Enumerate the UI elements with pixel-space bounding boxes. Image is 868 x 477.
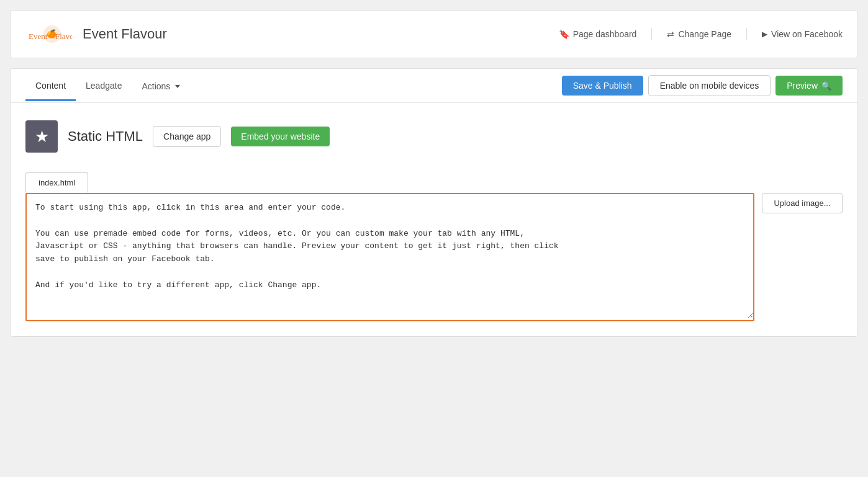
svg-text:Flavour: Flavour	[55, 32, 72, 41]
change-page-link[interactable]: ⇄ Change Page	[667, 29, 731, 39]
app-header-row: ★ Static HTML Change app Embed your webs…	[25, 120, 843, 153]
bookmark-icon: 🔖	[559, 29, 569, 39]
editor-card: Content Leadgate Actions Save & Publish …	[10, 68, 858, 337]
tab-actions[interactable]: Actions	[132, 71, 190, 100]
code-editor-box	[25, 193, 754, 321]
header-brand: Event 🍊 Flavour Event Flavour	[25, 20, 167, 48]
code-textarea[interactable]	[27, 194, 753, 318]
file-tabs: index.html	[25, 172, 843, 193]
editor-body: ★ Static HTML Change app Embed your webs…	[11, 103, 857, 336]
page-dashboard-label: Page dashboard	[573, 29, 637, 39]
sidebar-actions: Upload image...	[762, 193, 843, 213]
play-icon: ▶	[762, 30, 767, 38]
tab-content[interactable]: Content	[25, 71, 76, 101]
chevron-down-icon	[175, 85, 180, 88]
preview-label: Preview	[787, 81, 818, 91]
logo-svg: Event 🍊 Flavour	[29, 22, 72, 47]
app-title: Static HTML	[68, 128, 143, 145]
enable-mobile-button[interactable]: Enable on mobile devices	[648, 75, 771, 96]
upload-image-button[interactable]: Upload image...	[762, 193, 843, 213]
header-card: Event 🍊 Flavour Event Flavour 🔖 Page das…	[10, 10, 858, 58]
view-on-facebook-link[interactable]: ▶ View on Facebook	[762, 29, 843, 39]
code-editor-wrapper: Upload image...	[25, 193, 843, 321]
preview-button[interactable]: Preview 🔍	[775, 76, 843, 96]
star-icon: ★	[35, 128, 49, 145]
embed-website-button[interactable]: Embed your website	[231, 127, 330, 146]
save-publish-button[interactable]: Save & Publish	[562, 76, 643, 96]
page-dashboard-link[interactable]: 🔖 Page dashboard	[559, 29, 637, 39]
change-page-label: Change Page	[678, 29, 731, 39]
nav-separator-1	[651, 28, 652, 40]
view-on-facebook-label: View on Facebook	[771, 29, 843, 39]
change-app-button[interactable]: Change app	[153, 126, 221, 147]
tabs-left: Content Leadgate Actions	[25, 71, 190, 100]
nav-separator-2	[746, 28, 747, 40]
logo: Event 🍊 Flavour	[25, 20, 75, 48]
tabs-right: Save & Publish Enable on mobile devices …	[562, 69, 843, 102]
tab-leadgate[interactable]: Leadgate	[76, 71, 132, 101]
change-page-icon: ⇄	[667, 29, 674, 39]
app-icon: ★	[25, 120, 58, 153]
tabs-bar: Content Leadgate Actions Save & Publish …	[11, 69, 857, 103]
brand-title: Event Flavour	[83, 26, 167, 42]
file-tab-index-html[interactable]: index.html	[25, 172, 88, 193]
search-icon: 🔍	[821, 81, 831, 91]
header-nav: 🔖 Page dashboard ⇄ Change Page ▶ View on…	[559, 28, 843, 40]
